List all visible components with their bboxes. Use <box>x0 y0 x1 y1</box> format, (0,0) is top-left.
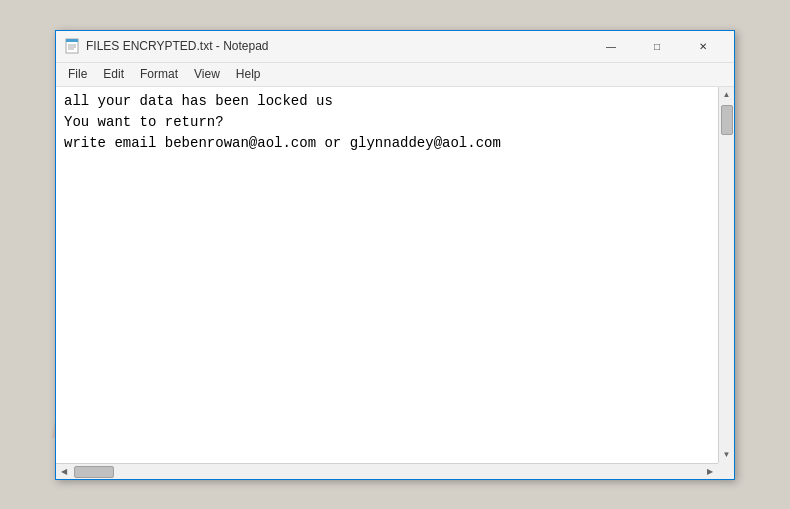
menu-bar: File Edit Format View Help <box>56 63 734 87</box>
menu-view[interactable]: View <box>186 63 228 86</box>
maximize-button[interactable]: □ <box>634 30 680 62</box>
scroll-thumb-v[interactable] <box>721 105 733 135</box>
scroll-corner <box>718 463 734 479</box>
menu-file[interactable]: File <box>60 63 95 86</box>
scroll-track-h[interactable] <box>72 464 702 479</box>
scroll-up-arrow[interactable]: ▲ <box>719 87 735 103</box>
scroll-down-arrow[interactable]: ▼ <box>719 447 735 463</box>
text-line2: You want to return? <box>64 114 224 130</box>
menu-format[interactable]: Format <box>132 63 186 86</box>
horizontal-scrollbar[interactable]: ◀ ▶ <box>56 463 734 479</box>
minimize-button[interactable]: — <box>588 30 634 62</box>
svg-rect-1 <box>66 39 78 42</box>
title-bar: FILES ENCRYPTED.txt - Notepad — □ ✕ <box>56 31 734 63</box>
title-bar-buttons: — □ ✕ <box>588 30 726 62</box>
scroll-left-arrow[interactable]: ◀ <box>56 463 72 479</box>
scroll-track-v[interactable] <box>719 103 734 447</box>
menu-help[interactable]: Help <box>228 63 269 86</box>
menu-edit[interactable]: Edit <box>95 63 132 86</box>
text-line3: write email bebenrowan@aol.com or glynna… <box>64 135 501 151</box>
vertical-scrollbar[interactable]: ▲ ▼ <box>718 87 734 463</box>
text-content[interactable]: all your data has been locked us You wan… <box>56 87 718 463</box>
window-title: FILES ENCRYPTED.txt - Notepad <box>86 39 588 53</box>
scroll-right-arrow[interactable]: ▶ <box>702 463 718 479</box>
notepad-window: FILES ENCRYPTED.txt - Notepad — □ ✕ File… <box>55 30 735 480</box>
close-button[interactable]: ✕ <box>680 30 726 62</box>
scroll-thumb-h[interactable] <box>74 466 114 478</box>
content-area: all your data has been locked us You wan… <box>56 87 734 463</box>
notepad-icon <box>64 38 80 54</box>
text-line1: all your data has been locked us <box>64 93 333 109</box>
